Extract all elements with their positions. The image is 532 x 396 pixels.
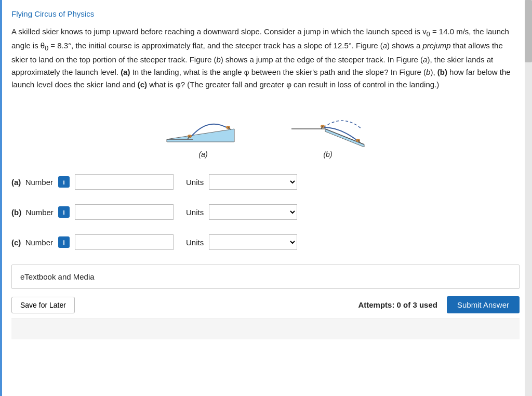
number-input-b[interactable] <box>75 204 174 220</box>
info-button-b[interactable]: i <box>58 206 70 218</box>
answer-row-c: (c) Number i Units degrees rad <box>11 234 520 250</box>
figure-b: (b) <box>286 100 369 159</box>
svg-marker-0 <box>167 129 234 142</box>
info-button-a[interactable]: i <box>58 176 70 188</box>
units-select-a[interactable]: degrees rad <box>209 174 297 190</box>
answer-row-b: (b) Number i Units m ft <box>11 204 520 220</box>
figure-a: (a) <box>162 100 245 159</box>
units-select-c[interactable]: degrees rad <box>209 234 297 250</box>
etextbook-label: eTextbook and Media <box>20 272 95 281</box>
units-label-a: Units <box>186 178 204 187</box>
units-label-c: Units <box>186 238 204 247</box>
bottom-stub <box>11 319 520 339</box>
part-a-label: (a) Number <box>11 178 53 187</box>
units-label-b: Units <box>186 208 204 217</box>
figure-b-label: (b) <box>323 150 332 159</box>
page-title[interactable]: Flying Circus of Physics <box>11 9 520 18</box>
figure-a-label: (a) <box>198 150 207 159</box>
number-input-c[interactable] <box>75 234 174 250</box>
scrollbar-track[interactable] <box>525 0 532 396</box>
figure-a-svg <box>162 100 245 147</box>
answer-row-a: (a) Number i Units degrees rad <box>11 174 520 190</box>
problem-text: A skilled skier knows to jump upward bef… <box>11 25 520 91</box>
etextbook-bar[interactable]: eTextbook and Media <box>11 265 520 289</box>
svg-line-8 <box>325 129 364 144</box>
answer-section: (a) Number i Units degrees rad (b) Numbe… <box>11 174 520 250</box>
bottom-bar: Save for Later Attempts: 0 of 3 used Sub… <box>11 296 520 313</box>
page-wrapper: Flying Circus of Physics A skilled skier… <box>0 0 532 396</box>
info-button-c[interactable]: i <box>58 236 70 248</box>
submit-answer-button[interactable]: Submit Answer <box>447 296 520 313</box>
figures-row: (a) (b) <box>11 100 520 159</box>
save-for-later-button[interactable]: Save for Later <box>11 297 75 313</box>
scrollbar-thumb[interactable] <box>525 0 532 62</box>
attempts-submit: Attempts: 0 of 3 used Submit Answer <box>358 296 520 313</box>
part-b-label: (b) Number <box>11 208 53 217</box>
number-input-a[interactable] <box>75 174 174 190</box>
part-c-label: (c) Number <box>11 238 53 247</box>
figure-b-svg <box>286 100 369 147</box>
attempts-text: Attempts: 0 of 3 used <box>358 300 437 309</box>
units-select-b[interactable]: m ft <box>209 204 297 220</box>
